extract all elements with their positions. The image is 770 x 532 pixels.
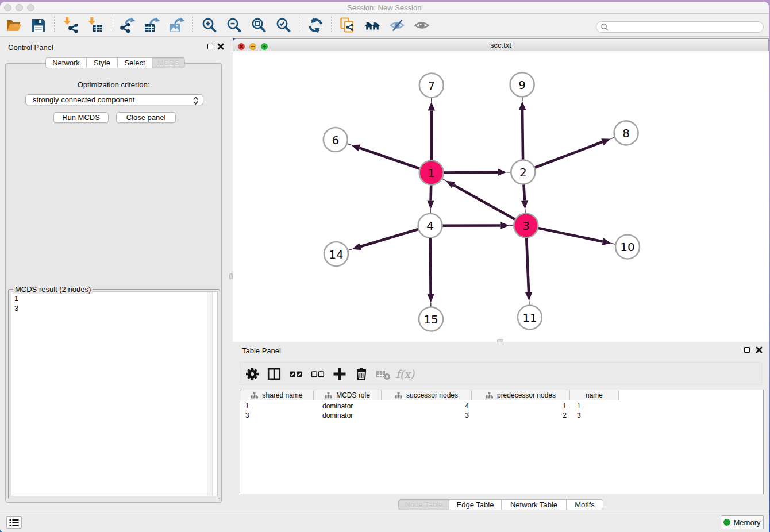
list-icon [9, 518, 19, 527]
export-table-icon [144, 17, 161, 34]
mcds-result-scrollbar[interactable] [207, 292, 213, 496]
column-header-name[interactable]: name [570, 390, 619, 400]
optimization-criterion-select[interactable]: strongly connected component [25, 94, 203, 105]
svg-text:7: 7 [428, 79, 435, 92]
table-panel-float-icon[interactable] [744, 347, 750, 353]
mcds-result-textarea[interactable]: 1 3 [11, 291, 218, 496]
add-column-button[interactable] [329, 365, 351, 383]
tab-network-table[interactable]: Network Table [502, 499, 567, 510]
select-chevrons-icon [192, 96, 199, 107]
table-cell[interactable]: dominator [314, 411, 382, 420]
table-options-button[interactable] [241, 365, 263, 383]
table-cell[interactable]: 1 [240, 402, 314, 411]
main-toolbar [0, 14, 769, 37]
table-panel-close-icon[interactable] [756, 346, 763, 353]
graph-node-8[interactable]: 8 [614, 121, 638, 145]
open-session-icon [5, 17, 22, 34]
export-network-icon [119, 17, 136, 34]
network-graph: 1234678910111415 [233, 51, 768, 342]
zoom-selected-button[interactable] [271, 16, 295, 35]
control-panel-close-icon[interactable] [217, 43, 224, 50]
graph-node-4[interactable]: 4 [418, 214, 442, 238]
tab-motifs[interactable]: Motifs [567, 499, 603, 510]
column-header-shared-name[interactable]: shared name [240, 390, 314, 400]
memory-status-icon [723, 519, 730, 526]
column-header-label: name [586, 391, 603, 399]
import-network-icon [62, 17, 79, 34]
delete-column-button[interactable] [351, 365, 372, 383]
graph-node-11[interactable]: 11 [518, 306, 542, 330]
table-row[interactable]: 3dominator323 [240, 411, 619, 420]
search-icon [600, 23, 609, 31]
svg-text:9: 9 [518, 78, 526, 92]
column-header-MCDS-role[interactable]: MCDS role [314, 390, 382, 400]
open-session-button[interactable] [1, 16, 26, 35]
split-view-button[interactable] [263, 365, 285, 383]
table-cell[interactable]: 3 [240, 411, 314, 420]
graph-node-10[interactable]: 10 [615, 235, 640, 259]
zoom-in-button[interactable] [197, 16, 221, 35]
search-field[interactable] [596, 21, 764, 33]
graph-node-14[interactable]: 14 [324, 242, 348, 266]
control-panel-float-icon[interactable] [207, 44, 213, 49]
export-table-button[interactable] [140, 16, 164, 35]
tab-edge-table[interactable]: Edge Table [449, 499, 502, 510]
graph-node-3[interactable]: 3 [514, 214, 538, 238]
search-input[interactable] [609, 23, 763, 31]
column-header-successor-nodes[interactable]: successor nodes [382, 390, 472, 400]
select-all-button[interactable] [285, 365, 307, 383]
deselect-all-button[interactable] [307, 365, 329, 383]
window-title: Session: New Session [0, 2, 769, 14]
table-mode-button[interactable] [6, 516, 22, 529]
graph-node-9[interactable]: 9 [510, 72, 534, 97]
tab-mcds[interactable]: MCDS [152, 57, 185, 68]
refresh-layout-button[interactable] [303, 16, 328, 35]
graph-node-6[interactable]: 6 [324, 128, 348, 152]
export-network-button[interactable] [115, 16, 140, 35]
svg-text:4: 4 [426, 219, 434, 233]
column-header-predecessor-nodes[interactable]: predecessor nodes [472, 390, 570, 400]
zoom-in-icon [201, 17, 218, 34]
close-panel-button[interactable]: Close panel [116, 112, 176, 123]
table-cell[interactable]: 4 [382, 402, 472, 411]
network-canvas[interactable]: 1234678910111415 [233, 51, 769, 342]
save-session-icon [30, 17, 47, 34]
graph-node-15[interactable]: 15 [419, 307, 443, 331]
column-header-label: MCDS role [336, 391, 370, 399]
graph-node-7[interactable]: 7 [419, 74, 444, 98]
table-cell[interactable]: dominator [314, 402, 382, 411]
zoom-fit-button[interactable] [246, 16, 271, 35]
home-layout-button[interactable] [360, 16, 384, 35]
control-panel-title: Control Panel [8, 43, 53, 52]
mcds-result-title: MCDS result (2 nodes) [13, 285, 93, 294]
graph-node-2[interactable]: 2 [511, 160, 535, 184]
run-mcds-button[interactable]: Run MCDS [53, 112, 109, 123]
import-network-button[interactable] [58, 16, 83, 35]
network-window-titlebar[interactable]: scc.txt [233, 38, 769, 51]
table-cell[interactable]: 3 [570, 411, 619, 420]
zoom-out-button[interactable] [221, 16, 246, 35]
table-cell[interactable]: 2 [472, 411, 570, 420]
tab-network[interactable]: Network [45, 57, 87, 68]
table-cell[interactable]: 1 [570, 402, 619, 411]
import-table-button[interactable] [83, 16, 107, 35]
memory-button[interactable]: Memory [721, 515, 764, 529]
export-image-button[interactable] [164, 16, 189, 35]
window-titlebar: Session: New Session [0, 2, 769, 14]
table-cell[interactable]: 3 [382, 411, 472, 420]
deselect-all-icon [310, 367, 325, 381]
table-row[interactable]: 1dominator411 [240, 402, 619, 411]
tab-node-table[interactable]: Node Table [398, 499, 449, 510]
vertical-splitter-handle[interactable] [229, 273, 233, 279]
toolbar-separator [192, 17, 193, 34]
tab-style[interactable]: Style [87, 57, 118, 68]
table-cell[interactable]: 1 [472, 402, 570, 411]
graph-node-1[interactable]: 1 [419, 161, 444, 185]
function-builder-icon: f(x) [396, 368, 415, 380]
column-header-label: successor nodes [406, 391, 458, 399]
hide-panels-button[interactable] [384, 16, 409, 35]
show-panels-button[interactable] [409, 16, 434, 35]
save-session-button[interactable] [26, 16, 51, 35]
duplicate-network-button[interactable] [335, 16, 360, 35]
tab-select[interactable]: Select [118, 57, 152, 68]
